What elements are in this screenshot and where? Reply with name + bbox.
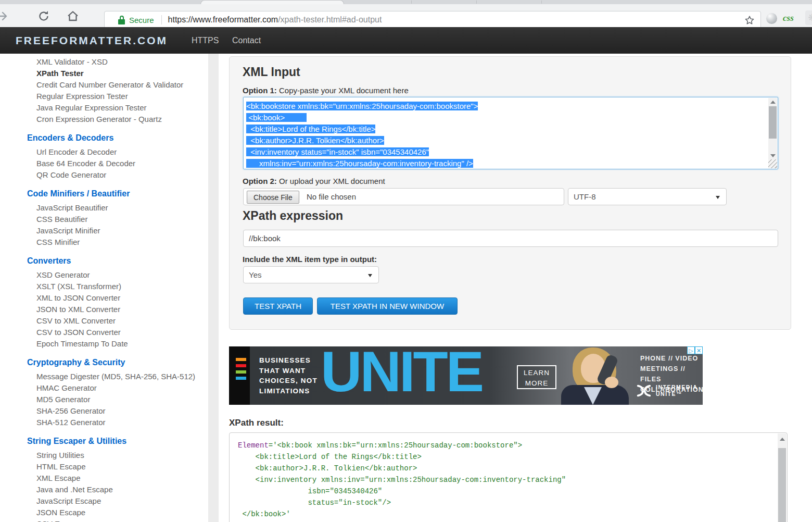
chevron-down-icon <box>368 274 372 277</box>
xpath-tester-panel: XML Input Option 1: Copy-paste your XML … <box>229 56 791 330</box>
sidebar-item[interactable]: Url Encoder & Decoder <box>0 146 208 158</box>
ad-brand: INTERMEDIA UNITE™ <box>636 383 697 399</box>
nav-item-contact[interactable]: Contact <box>232 36 261 45</box>
sidebar-section-header[interactable]: Converters <box>0 255 208 267</box>
adchoices-icon[interactable]: ▷ <box>687 346 695 354</box>
sidebar-item[interactable]: JavaScript Beautifier <box>0 202 208 214</box>
home-icon[interactable] <box>66 9 80 23</box>
ad-learn-more-button[interactable]: LEARN MORE <box>517 365 556 389</box>
scroll-down-icon[interactable] <box>770 154 776 157</box>
choose-file-button[interactable]: Choose File <box>247 191 299 204</box>
file-upload-field[interactable]: Choose File No file chosen <box>243 188 564 205</box>
bookmark-star-icon[interactable] <box>744 15 755 26</box>
url-path[interactable]: /xpath-tester.html#ad-output <box>278 15 382 24</box>
xpath-expression-input[interactable] <box>243 230 778 247</box>
include-type-select[interactable]: Yes <box>243 266 379 283</box>
sidebar-item[interactable]: XML Escape <box>0 473 208 484</box>
xml-input-textarea-content: <bk:bookstore xmlns:bk="urn:xmlns:25hour… <box>246 101 478 169</box>
sidebar-item[interactable]: JavaScript Escape <box>0 495 208 507</box>
encoding-select[interactable]: UTF-8 <box>568 188 727 205</box>
option1-label: Option 1: Copy-paste your XML document h… <box>243 86 409 95</box>
sidebar-item[interactable]: CSS Beautifier <box>0 214 208 225</box>
ad-headline: UNITE <box>321 346 482 404</box>
sidebar-item[interactable]: Java and .Net Escape <box>0 484 208 495</box>
sidebar-item[interactable]: JavaScript Minifier <box>0 225 208 237</box>
sidebar-item[interactable]: Base 64 Encoder & Decoder <box>0 158 208 169</box>
sidebar-item[interactable]: XSD Generator <box>0 269 208 281</box>
scroll-up-icon[interactable] <box>770 101 776 104</box>
url-host[interactable]: https://www.freeformatter.com <box>168 15 278 24</box>
resize-grip[interactable] <box>768 159 777 168</box>
ad-color-bar <box>236 377 246 380</box>
sidebar-item[interactable]: Message Digester (MD5, SHA-256, SHA-512) <box>0 371 208 382</box>
sidebar-scrollbar[interactable] <box>208 54 219 522</box>
sidebar-item[interactable]: SHA-256 Generator <box>0 405 208 417</box>
sidebar-nav: XML Validator - XSDXPath TesterCredit Ca… <box>0 54 208 522</box>
sidebar-item[interactable]: XML to JSON Converter <box>0 292 208 304</box>
no-file-chosen-text: No file chosen <box>307 192 356 201</box>
sidebar-item[interactable]: JSON to XML Converter <box>0 304 208 315</box>
nav-item-https[interactable]: HTTPS <box>192 36 219 45</box>
xpath-result-code: Element='<bk:book xmlns:bk="urn:xmlns:25… <box>238 440 566 520</box>
sidebar-item[interactable]: MD5 Generator <box>0 394 208 405</box>
ad-banner[interactable]: BUSINESSES THAT WANT CHOICES, NOT LIMITA… <box>229 346 703 405</box>
sidebar-item[interactable]: String Utilities <box>0 450 208 461</box>
scroll-up-icon[interactable] <box>780 438 785 441</box>
sidebar-section-header[interactable]: Code Minifiers / Beautifier <box>0 188 208 200</box>
page: Secure https://www.freeformatter.com/xpa… <box>0 0 812 522</box>
browser-chrome: Secure https://www.freeformatter.com/xpa… <box>0 0 812 27</box>
textarea-scrollbar[interactable] <box>768 98 777 160</box>
site-logo[interactable]: FREEFORMATTER.COM <box>16 34 168 47</box>
xpath-expression-title: XPath expression <box>243 209 343 223</box>
secure-lock-icon[interactable] <box>118 16 125 24</box>
xpath-result-box: Element='<bk:book xmlns:bk="urn:xmlns:25… <box>229 432 788 522</box>
secure-label[interactable]: Secure <box>129 16 154 24</box>
sidebar-item[interactable]: HMAC Generator <box>0 382 208 394</box>
sidebar-item[interactable]: Cron Expression Generator - Quartz <box>0 114 208 125</box>
ad-controls: ▷ ✕ <box>687 346 703 354</box>
sidebar-item[interactable]: SHA-512 Generator <box>0 417 208 428</box>
option2-label: Option 2: Or upload your XML document <box>243 177 385 185</box>
ad-brand-text: INTERMEDIA UNITE™ <box>656 384 697 397</box>
ad-color-bar <box>236 358 246 361</box>
sidebar-section-header[interactable]: Encoders & Decoders <box>0 132 208 144</box>
sidebar-item[interactable]: HTML Escape <box>0 461 208 473</box>
sidebar-item[interactable]: CSV to XML Converter <box>0 315 208 327</box>
test-xpath-button[interactable]: TEST XPATH <box>243 297 313 315</box>
scrollbar-thumb[interactable] <box>769 106 777 139</box>
sidebar-item[interactable]: XPath Tester <box>0 68 208 79</box>
tab-strip <box>0 0 812 4</box>
intermedia-unite-logo-icon <box>636 383 652 399</box>
sidebar-item[interactable]: XML Validator - XSD <box>0 56 208 68</box>
extension-sphere-icon[interactable] <box>766 13 777 24</box>
ad-color-bar <box>236 370 246 374</box>
sidebar-item[interactable]: Java Regular Expression Tester <box>0 102 208 114</box>
result-scrollbar[interactable] <box>778 433 786 522</box>
forward-icon[interactable] <box>0 9 9 23</box>
sidebar-item[interactable]: CSS Minifier <box>0 237 208 248</box>
sidebar-item[interactable]: XSLT (XSL Transformer) <box>0 281 208 292</box>
sidebar-section-header[interactable]: String Escaper & Utilities <box>0 436 208 447</box>
sidebar-item[interactable]: CSV to JSON Converter <box>0 327 208 338</box>
ad-left-block <box>229 346 250 405</box>
sidebar-item[interactable]: CSV Escape <box>0 518 208 522</box>
include-type-label: Include the XML item type in output: <box>243 255 377 264</box>
refresh-icon[interactable] <box>37 9 50 23</box>
sidebar-item[interactable]: JSON Escape <box>0 507 208 518</box>
chevron-down-icon <box>716 196 720 199</box>
site-navbar: FREEFORMATTER.COM HTTPS Contact Like 498… <box>0 27 812 54</box>
sidebar-item[interactable]: Epoch Timestamp To Date <box>0 338 208 350</box>
sidebar-item[interactable]: Regular Expression Tester <box>0 91 208 102</box>
active-tab[interactable] <box>200 0 344 4</box>
ad-close-icon[interactable]: ✕ <box>695 346 703 354</box>
test-xpath-new-window-button[interactable]: TEST XPATH IN NEW WINDOW <box>317 297 458 315</box>
scrollbar-thumb[interactable] <box>778 448 786 522</box>
sidebar-item[interactable]: Credit Card Number Generator & Validator <box>0 79 208 91</box>
xpath-result-title: XPath result: <box>229 418 284 428</box>
sidebar-section-header[interactable]: Cryptography & Security <box>0 357 208 368</box>
extension-partial-icon[interactable]: ❋ <box>805 10 812 25</box>
sidebar-item[interactable]: QR Code Generator <box>0 169 208 181</box>
xml-input-textarea[interactable]: <bk:bookstore xmlns:bk="urn:xmlns:25hour… <box>243 97 778 169</box>
address-bar[interactable]: Secure https://www.freeformatter.com/xpa… <box>104 11 761 29</box>
extension-css-icon[interactable]: css <box>783 13 794 23</box>
